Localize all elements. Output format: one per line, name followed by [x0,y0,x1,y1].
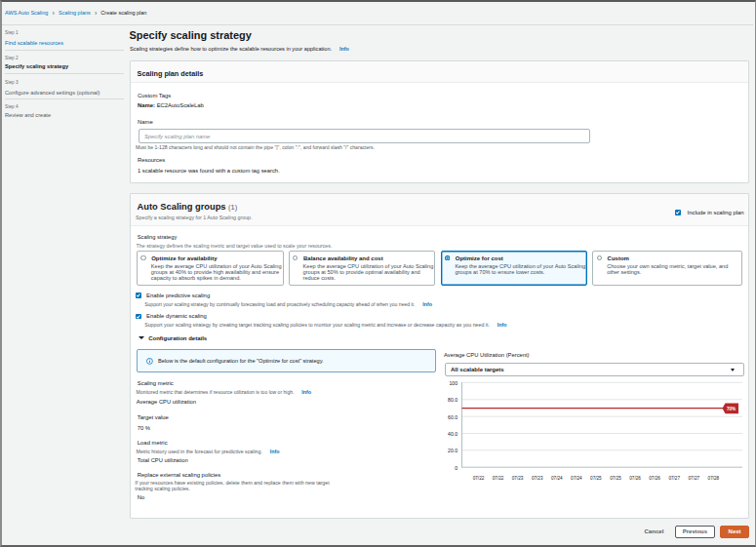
svg-text:07/24: 07/24 [571,476,582,481]
svg-text:70%: 70% [727,407,736,411]
svg-text:07/25: 07/25 [590,476,602,481]
svg-text:20.0: 20.0 [448,448,458,453]
svg-text:07/22: 07/22 [493,476,504,481]
svg-text:07/26: 07/26 [629,476,641,481]
svg-text:07/23: 07/23 [512,476,524,481]
svg-text:0: 0 [455,465,458,471]
svg-text:07/24: 07/24 [551,476,563,481]
svg-text:07/26: 07/26 [649,476,660,481]
svg-text:07/22: 07/22 [473,476,485,481]
svg-text:07/27: 07/27 [688,476,699,481]
svg-text:07/25: 07/25 [610,476,621,481]
svg-text:100: 100 [450,380,458,386]
svg-text:80.0: 80.0 [448,397,458,403]
svg-text:60.0: 60.0 [448,414,458,420]
svg-text:07/27: 07/27 [668,476,680,481]
svg-text:07/28: 07/28 [708,476,720,481]
svg-text:40.0: 40.0 [448,431,458,437]
svg-text:07/23: 07/23 [532,476,543,481]
